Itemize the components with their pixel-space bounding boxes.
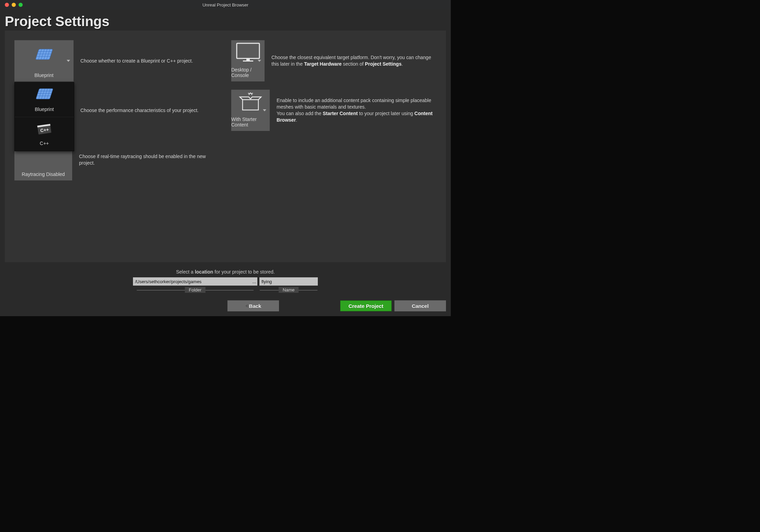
folder-field-wrap: ... Folder	[133, 277, 257, 293]
starter-desc-line1: Enable to include an additional content …	[277, 98, 431, 110]
starter-content-desc: Enable to include an additional content …	[277, 97, 436, 123]
svg-rect-8	[237, 43, 259, 58]
setting-row-platform: Desktop / Console Choose the closest equ…	[231, 40, 436, 81]
raytracing-label: Raytracing Disabled	[22, 171, 65, 177]
menu-item-cpp[interactable]: C++ C++	[15, 117, 74, 151]
name-input[interactable]	[259, 277, 318, 286]
setting-row-starter-content: With Starter Content Enable to include a…	[231, 90, 436, 131]
page-header: Project Settings	[0, 10, 451, 31]
setting-row-project-type: Blueprint Choose whether to create a Blu…	[14, 40, 220, 81]
name-field-label: Name	[279, 287, 299, 293]
project-type-label: Blueprint	[34, 73, 53, 78]
close-icon[interactable]	[5, 3, 9, 7]
menu-item-label: C++	[40, 141, 49, 146]
cpp-icon: C++	[36, 123, 53, 137]
platform-desc-bold2: Project Settings	[365, 61, 402, 67]
location-bold: location	[195, 269, 213, 275]
create-project-button[interactable]: Create Project	[340, 300, 392, 311]
project-type-dropdown[interactable]: Blueprint	[14, 40, 74, 81]
name-field-wrap: Name	[259, 277, 318, 293]
starter-desc-2b: Starter Content	[323, 111, 358, 116]
platform-desc-mid: section of	[342, 61, 365, 67]
window-controls	[5, 3, 23, 7]
window: Unreal Project Browser Project Settings	[0, 0, 451, 316]
folder-input[interactable]	[133, 277, 251, 286]
project-type-desc: Choose whether to create a Blueprint or …	[80, 58, 193, 64]
location-prompt: Select a location for your project to be…	[176, 269, 275, 275]
starter-desc-2c: to your project later using	[358, 111, 414, 116]
project-type-menu: Blueprint C++ C++	[14, 82, 74, 151]
page-title: Project Settings	[5, 14, 446, 29]
starter-desc-2a: You can also add the	[277, 111, 323, 116]
platform-desc: Choose the closest equivalent target pla…	[271, 54, 436, 67]
platform-dropdown[interactable]: Desktop / Console	[231, 40, 265, 81]
back-button-label: Back	[249, 303, 261, 309]
chevron-down-icon	[263, 109, 266, 111]
menu-item-blueprint[interactable]: Blueprint	[15, 82, 74, 117]
right-column: Desktop / Console Choose the closest equ…	[231, 40, 436, 253]
starter-content-label: With Starter Content	[231, 117, 270, 128]
window-title: Unreal Project Browser	[202, 2, 248, 8]
svg-rect-10	[243, 60, 253, 62]
blueprint-icon	[35, 88, 54, 103]
maximize-icon[interactable]	[19, 3, 23, 7]
back-button[interactable]: Back	[227, 300, 279, 311]
performance-desc: Choose the performance characteristics o…	[80, 107, 199, 114]
footer-buttons: Back Create Project Cancel	[5, 300, 446, 311]
arrow-left-icon	[245, 304, 248, 308]
raytracing-desc: Choose if real-time raytracing should be…	[79, 153, 220, 166]
platform-label: Desktop / Console	[231, 67, 265, 78]
platform-desc-bold1: Target Hardware	[304, 61, 342, 67]
svg-rect-9	[246, 58, 250, 60]
chevron-down-icon	[67, 60, 70, 62]
location-post: for your project to be stored.	[213, 269, 275, 275]
blueprint-icon	[14, 40, 74, 70]
location-inputs: ... Folder Name	[133, 277, 318, 293]
cancel-button[interactable]: Cancel	[394, 300, 446, 311]
svg-rect-0	[36, 49, 53, 59]
starter-desc-2e: .	[296, 117, 297, 123]
content-area: Blueprint Choose whether to create a Blu…	[5, 31, 446, 262]
footer: Select a location for your project to be…	[0, 266, 451, 316]
browse-button[interactable]: ...	[251, 277, 257, 286]
chevron-down-icon	[258, 60, 261, 62]
menu-item-label: Blueprint	[35, 107, 54, 112]
minimize-icon[interactable]	[12, 3, 16, 7]
location-pre: Select a	[176, 269, 194, 275]
platform-desc-post: .	[402, 61, 403, 67]
folder-field-label: Folder	[185, 287, 206, 293]
starter-content-dropdown[interactable]: With Starter Content	[231, 90, 270, 131]
svg-rect-12	[36, 89, 53, 99]
titlebar: Unreal Project Browser	[0, 0, 451, 10]
